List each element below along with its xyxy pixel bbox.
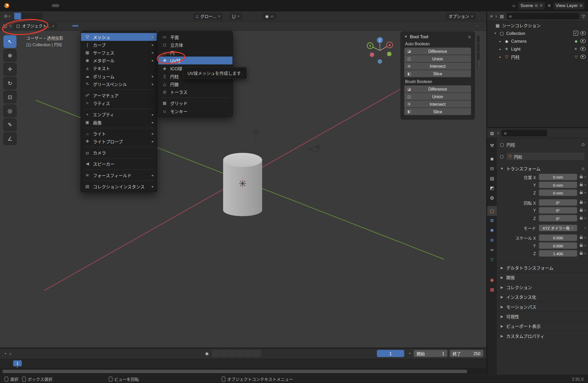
sidebar-tab[interactable] (477, 52, 480, 60)
properties-tab[interactable]: ▦ (487, 285, 497, 294)
playback-button[interactable] (236, 350, 245, 357)
add-menu-item[interactable]: a テキスト (81, 64, 157, 72)
viewport-header-icon[interactable] (465, 26, 466, 26)
playback-button[interactable] (212, 350, 220, 357)
animate-dot-icon[interactable]: • (585, 200, 586, 205)
copy-icon[interactable]: ⧉ (535, 3, 538, 8)
transform-panel-header[interactable]: ▼ トランスフォーム ≣ (497, 164, 588, 173)
lock-icon[interactable] (580, 201, 583, 204)
options-dropdown[interactable]: オプション ∨ (446, 12, 476, 20)
tool-button[interactable]: ↖ (3, 35, 16, 48)
collapsed-panel-header[interactable]: ▶ インスタンス化 (497, 292, 588, 302)
outliner-row[interactable]: ▦ シーンコレクション (487, 21, 588, 29)
collapsed-panel-header[interactable]: ▶ 可視性 (497, 311, 588, 321)
viewport-header-icon[interactable] (480, 26, 481, 26)
animate-dot-icon[interactable]: • (585, 216, 586, 220)
value-field[interactable]: 0° (539, 199, 577, 205)
animate-dot-icon[interactable]: • (585, 191, 586, 195)
viewport-header-icon[interactable] (462, 26, 463, 26)
lock-icon[interactable] (580, 237, 583, 239)
workspace-tab[interactable] (60, 4, 68, 7)
properties-search[interactable]: ⊕ (501, 130, 547, 136)
active-tool-icon[interactable]: ⟐ (3, 13, 9, 20)
topbar-menu-item[interactable] (36, 4, 42, 7)
collapsed-panel-header[interactable]: ▶ 関係 (497, 272, 588, 282)
properties-tab[interactable]: ◉ (487, 275, 497, 285)
snap-widget[interactable]: ⋃ ∨ (230, 12, 242, 20)
viewport-menu-item[interactable] (59, 25, 65, 27)
animate-dot-icon[interactable]: • (585, 236, 586, 240)
boolean-button[interactable]: ◪ Difference (404, 48, 471, 55)
viewport-menu-item[interactable] (65, 25, 71, 27)
close-icon[interactable]: ✕ (540, 3, 543, 8)
display-mode-icon[interactable]: ▤ (499, 13, 505, 19)
lock-icon[interactable] (580, 209, 583, 212)
scrollbar-thumb[interactable] (2, 370, 467, 373)
properties-tab[interactable]: ⊚ (487, 235, 497, 245)
value-field[interactable]: 0.500 (539, 242, 577, 249)
expand-arrow-icon[interactable]: ▸ (498, 55, 502, 59)
value-field[interactable]: 0.500 (539, 235, 577, 241)
pin-icon[interactable]: ⊙ (581, 142, 585, 147)
collapsed-panel-header[interactable]: ▶ カスタムプロパティ (497, 331, 588, 340)
workspace-tab[interactable] (118, 4, 125, 7)
workspace-tab[interactable] (77, 4, 84, 7)
outliner-row[interactable]: ▸ ☀ Light ☀ (487, 45, 588, 53)
search-input[interactable] (508, 130, 545, 136)
mesh-menu-item[interactable]: ◻ 立方体 (158, 41, 232, 49)
topbar-menu-item[interactable] (30, 4, 36, 7)
properties-tab[interactable]: ⚙ (487, 216, 497, 225)
animate-dot-icon[interactable]: • (585, 208, 586, 212)
boolean-button[interactable]: ◪ Difference (404, 85, 471, 92)
boolean-button[interactable]: ◫ Union (404, 93, 471, 100)
topbar-menu-item[interactable] (18, 4, 24, 7)
cylinder-top-face[interactable] (223, 153, 262, 167)
collapsed-panel-header[interactable]: ▶ ビューポート表示 (497, 321, 588, 331)
mesh-menu-item[interactable]: ◎ トーラス (158, 88, 232, 96)
properties-tab[interactable]: ∞ (487, 245, 497, 255)
add-menu-item[interactable]: ▣ 画像 (81, 118, 157, 126)
viewport-header-icon[interactable] (468, 26, 469, 26)
camera-object[interactable] (306, 144, 322, 154)
value-field[interactable]: 0° (539, 215, 577, 221)
select-mode-button[interactable] (36, 13, 42, 20)
add-menu-item[interactable]: ⌖ エンプティ (81, 110, 157, 118)
add-menu-item[interactable]: ☼ ライト (81, 130, 157, 137)
properties-tab[interactable]: ▽ (487, 255, 497, 264)
boolean-button[interactable]: ◧ Slice (404, 70, 471, 77)
boolean-button[interactable]: ⊞ Intersect (404, 62, 471, 70)
rotation-mode-dropdown[interactable]: XYZ オイラー角 ∨ (539, 225, 577, 231)
viewport-menu-item[interactable] (79, 25, 85, 27)
playback-button[interactable] (220, 350, 228, 357)
view-layer-selector[interactable]: View Layer ⧉ (553, 1, 585, 10)
workspace-tab[interactable] (126, 4, 133, 7)
add-menu-item[interactable]: ◘ カメラ (81, 149, 157, 156)
timeline-menu-item[interactable] (24, 353, 29, 354)
viewport-header-icon[interactable] (471, 26, 472, 26)
tool-button[interactable]: ◎ (3, 104, 16, 117)
select-mode-button[interactable] (21, 13, 28, 20)
collapsed-panel-header[interactable]: ▶ コレクション (497, 282, 588, 292)
viewport-header-icon[interactable] (474, 26, 475, 26)
proportional-edit-widget[interactable]: ◉ ∩ (262, 12, 276, 20)
gizmo-z-neg[interactable] (378, 59, 382, 64)
lock-icon[interactable] (580, 184, 583, 186)
value-field[interactable]: 0 mm (539, 182, 577, 188)
add-menu-item[interactable]: ≋ フォースフィールド (81, 171, 157, 179)
lock-icon[interactable] (580, 217, 583, 219)
mesh-menu-item[interactable]: ☺ モンキー (158, 107, 232, 115)
gizmo-y-neg[interactable] (387, 52, 391, 56)
transform-orientation-dropdown[interactable]: ⟂ グロー... ∨ (193, 12, 223, 20)
add-menu-item[interactable]: ☍ アーマチュア (81, 91, 157, 99)
value-field[interactable]: 1.400 (539, 250, 577, 256)
add-menu-item[interactable]: ▤ コレクションインスタンス (81, 183, 157, 190)
properties-tab[interactable]: ✱ (487, 225, 497, 235)
outliner-row[interactable]: ▾ ▢ Collection (487, 29, 588, 37)
playhead[interactable]: 1 (13, 360, 22, 366)
expand-arrow-icon[interactable]: ▾ (493, 31, 497, 35)
playback-button[interactable] (245, 350, 253, 357)
viewport-header-icon[interactable] (477, 26, 478, 26)
lock-icon[interactable] (580, 252, 583, 255)
add-menu-item[interactable]: ⌗ ラティス (81, 99, 157, 107)
select-mode-button[interactable] (29, 13, 35, 20)
